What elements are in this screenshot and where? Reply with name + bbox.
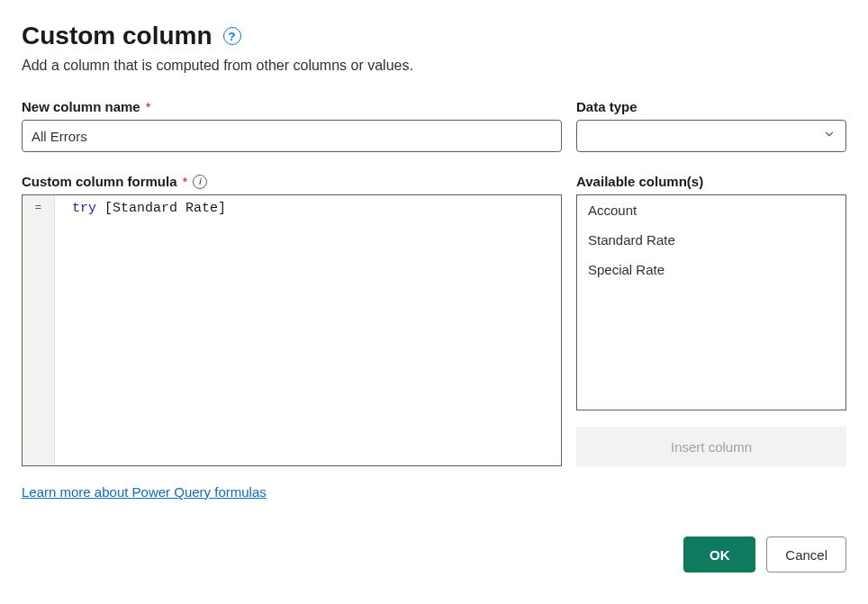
- list-item[interactable]: Account: [577, 195, 845, 225]
- data-type-label: Data type: [576, 99, 846, 114]
- help-icon[interactable]: ?: [223, 27, 241, 45]
- formula-editor[interactable]: = try [Standard Rate]: [22, 194, 562, 466]
- available-columns-label: Available column(s): [576, 174, 846, 189]
- dialog-title: Custom column: [22, 22, 212, 50]
- dialog-subtitle: Add a column that is computed from other…: [22, 58, 846, 74]
- learn-more-link[interactable]: Learn more about Power Query formulas: [22, 484, 267, 500]
- formula-text: [Standard Rate]: [96, 201, 226, 216]
- formula-code-area[interactable]: try [Standard Rate]: [55, 195, 561, 465]
- formula-keyword: try: [72, 201, 96, 216]
- required-indicator: *: [146, 99, 151, 114]
- info-icon[interactable]: i: [193, 175, 207, 189]
- new-column-name-input[interactable]: [22, 120, 562, 152]
- custom-formula-label: Custom column formula * i: [22, 174, 562, 189]
- formula-gutter: =: [23, 195, 55, 465]
- insert-column-button: Insert column: [576, 427, 846, 466]
- new-column-name-label: New column name *: [22, 99, 562, 114]
- data-type-select[interactable]: [576, 120, 846, 152]
- list-item[interactable]: Special Rate: [577, 255, 845, 284]
- available-columns-list[interactable]: Account Standard Rate Special Rate: [576, 194, 846, 410]
- cancel-button[interactable]: Cancel: [766, 536, 846, 572]
- list-item[interactable]: Standard Rate: [577, 225, 845, 255]
- ok-button[interactable]: OK: [683, 536, 755, 572]
- required-indicator: *: [183, 174, 188, 189]
